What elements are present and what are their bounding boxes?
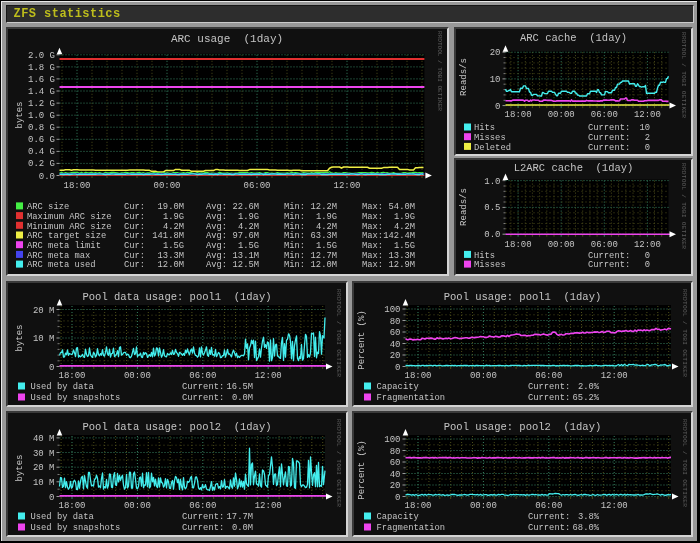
svg-text:Current:: Current: [182,523,224,533]
svg-text:2: 2 [645,133,650,143]
svg-text:0.0: 0.0 [484,230,500,240]
svg-text:Avg:: Avg: [206,222,227,232]
svg-text:Maximum ARC size: Maximum ARC size [27,212,111,222]
svg-text:19.0M: 19.0M [158,202,184,212]
svg-text:12.5M: 12.5M [233,260,259,270]
svg-text:Avg:: Avg: [206,231,227,241]
svg-text:12.9M: 12.9M [389,260,415,270]
svg-text:Misses: Misses [474,260,506,270]
svg-text:00:00: 00:00 [548,240,575,250]
svg-text:Capacity: Capacity [377,512,419,522]
svg-text:ARC target size: ARC target size [27,231,106,241]
svg-text:12.0M: 12.0M [311,260,337,270]
svg-text:Min:: Min: [284,231,305,241]
svg-text:RRDTOOL / TOBI OETIKER: RRDTOOL / TOBI OETIKER [335,419,342,507]
svg-text:Avg:: Avg: [206,212,227,222]
svg-text:RRDTOOL / TOBI OETIKER: RRDTOOL / TOBI OETIKER [680,32,687,118]
svg-text:RRDTOOL / TOBI OETIKER: RRDTOOL / TOBI OETIKER [681,419,688,507]
svg-text:0.0M: 0.0M [232,393,253,403]
svg-text:Current:: Current: [182,393,224,403]
svg-text:00:00: 00:00 [124,501,151,511]
svg-text:2.0%: 2.0% [578,382,600,392]
svg-text:1.4 G: 1.4 G [28,87,55,97]
svg-text:00:00: 00:00 [548,110,575,120]
svg-text:Max:: Max: [362,251,383,261]
svg-text:ARC meta used: ARC meta used [27,260,96,270]
svg-text:4.2M: 4.2M [163,222,184,232]
svg-text:Minimum ARC size: Minimum ARC size [27,222,111,232]
svg-text:1.9G: 1.9G [163,212,184,222]
svg-text:68.0%: 68.0% [573,523,600,533]
svg-text:0.6 G: 0.6 G [28,135,55,145]
svg-text:06:00: 06:00 [591,110,618,120]
svg-text:Current:: Current: [182,382,224,392]
svg-text:06:00: 06:00 [243,181,270,191]
svg-text:12:00: 12:00 [601,371,628,381]
svg-text:18:00: 18:00 [58,371,85,381]
svg-text:10 M: 10 M [33,478,55,488]
svg-text:60: 60 [390,328,401,338]
svg-text:Reads/s: Reads/s [459,188,469,226]
svg-text:00:00: 00:00 [470,371,497,381]
svg-text:bytes: bytes [15,454,25,481]
svg-text:141.8M: 141.8M [152,231,184,241]
svg-text:12:00: 12:00 [634,240,661,250]
svg-text:Reads/s: Reads/s [459,58,469,96]
svg-text:L2ARC cache (1day): L2ARC cache (1day) [514,162,634,174]
svg-text:Max:: Max: [362,260,383,270]
svg-text:4.2M: 4.2M [316,222,337,232]
svg-text:Avg:: Avg: [206,202,227,212]
svg-text:06:00: 06:00 [535,371,562,381]
svg-text:06:00: 06:00 [189,371,216,381]
svg-text:Used by snapshots: Used by snapshots [31,523,121,533]
svg-text:Current:: Current: [588,123,630,133]
svg-text:1.6 G: 1.6 G [28,75,55,85]
svg-text:Cur:: Cur: [124,241,145,251]
svg-text:18:00: 18:00 [505,240,532,250]
svg-text:bytes: bytes [15,101,25,128]
svg-text:1.9G: 1.9G [238,212,259,222]
svg-text:bytes: bytes [15,324,25,351]
svg-text:1.0: 1.0 [484,177,500,187]
svg-text:Percent (%): Percent (%) [357,310,367,369]
svg-text:18:00: 18:00 [404,501,431,511]
svg-text:0.4 G: 0.4 G [28,147,55,157]
svg-text:54.0M: 54.0M [389,202,415,212]
svg-text:12:00: 12:00 [634,110,661,120]
svg-text:Pool data usage: pool2 (1day): Pool data usage: pool2 (1day) [82,421,271,433]
svg-text:Used by snapshots: Used by snapshots [31,393,121,403]
svg-text:Fragmentation: Fragmentation [377,393,446,403]
svg-text:1.9G: 1.9G [394,212,415,222]
svg-text:Pool data usage: pool1 (1day): Pool data usage: pool1 (1day) [82,291,271,303]
svg-text:40 M: 40 M [33,434,55,444]
svg-text:63.3M: 63.3M [311,231,337,241]
svg-text:Cur:: Cur: [124,212,145,222]
svg-text:18:00: 18:00 [404,371,431,381]
svg-text:0: 0 [49,363,54,373]
svg-text:RRDTOOL / TOBI OETIKER: RRDTOOL / TOBI OETIKER [680,163,687,249]
svg-text:142.4M: 142.4M [383,231,415,241]
svg-text:00:00: 00:00 [153,181,180,191]
svg-text:Current:: Current: [182,512,224,522]
svg-text:Pool usage: pool1 (1day): Pool usage: pool1 (1day) [444,291,602,303]
svg-text:3.8%: 3.8% [578,512,600,522]
svg-text:12:00: 12:00 [333,181,360,191]
svg-text:Max:: Max: [362,212,383,222]
svg-text:0: 0 [645,251,650,261]
svg-text:Cur:: Cur: [124,202,145,212]
svg-text:12:00: 12:00 [601,501,628,511]
svg-text:80: 80 [390,447,401,457]
svg-text:Current:: Current: [528,523,570,533]
svg-text:20: 20 [390,351,401,361]
svg-text:Current:: Current: [528,512,570,522]
svg-text:Hits: Hits [474,123,495,133]
svg-text:0.0M: 0.0M [232,523,253,533]
svg-text:Current:: Current: [528,393,570,403]
svg-text:0: 0 [395,363,400,373]
svg-text:Min:: Min: [284,260,305,270]
svg-text:100: 100 [384,435,400,445]
svg-text:40: 40 [390,340,401,350]
svg-text:13.3M: 13.3M [158,251,184,261]
svg-text:65.2%: 65.2% [573,393,600,403]
svg-text:12.7M: 12.7M [311,251,337,261]
